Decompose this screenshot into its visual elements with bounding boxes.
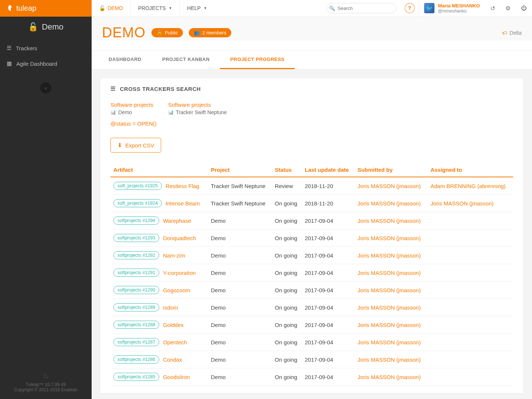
artifact-badge[interactable]: softprojects #1287 xyxy=(113,338,159,346)
sidebar-collapse-button[interactable]: ‹ xyxy=(40,82,51,93)
sidebar-project[interactable]: 🔓 Demo xyxy=(0,17,92,37)
tab-dashboard[interactable]: DASHBOARD xyxy=(98,51,152,69)
settings-button[interactable]: ⚙ xyxy=(500,5,516,12)
artifact-badge[interactable]: softprojects #1291 xyxy=(113,269,159,277)
brand-logo[interactable]: tuleap xyxy=(0,0,92,17)
user-menu[interactable]: 🐦 Maria MESHANKO @mmeshanko xyxy=(419,0,485,16)
user-link[interactable]: Joris MASSON (jmasson) xyxy=(358,287,421,293)
table-row: soft_projects #1924Intense BeamTracker S… xyxy=(110,195,513,212)
cell-value xyxy=(427,212,513,229)
search-input[interactable] xyxy=(326,3,396,13)
table-row: softprojects #1291Y-corporationDemoOn go… xyxy=(110,264,513,282)
help-button[interactable]: ? xyxy=(405,3,415,13)
tracker-filter[interactable]: Software projects📊Demo xyxy=(110,102,153,115)
table-row: softprojects #1289IsdomDemoOn going2017-… xyxy=(110,299,513,316)
artifact-title[interactable]: Opentech xyxy=(163,339,187,345)
sidebar-item-agile-dashboard[interactable]: ▦ Agile Dashboard xyxy=(0,56,92,71)
artifact-badge[interactable]: softprojects #1293 xyxy=(113,234,159,242)
cell-value: On going xyxy=(272,195,302,212)
filter-tracker: Tracker Swift Neptune xyxy=(176,109,227,115)
artifact-title[interactable]: Goodsilron xyxy=(163,374,190,380)
artifact-title[interactable]: Condax xyxy=(163,357,182,363)
project-tag[interactable]: 🏷 Delta xyxy=(502,30,522,36)
artifact-badge[interactable]: soft_projects #1924 xyxy=(113,199,162,207)
cell-value: On going xyxy=(272,316,302,334)
cell-value xyxy=(427,351,513,368)
cell-value: Demo xyxy=(208,247,272,264)
user-link[interactable]: Joris MASSON (jmasson) xyxy=(358,270,421,276)
user-link[interactable]: Joris MASSON (jmasson) xyxy=(358,200,421,207)
cell-value: Review xyxy=(272,177,302,195)
artifact-title[interactable]: Golddex xyxy=(163,322,184,328)
cell-value: Demo xyxy=(208,368,272,386)
history-icon: ↺ xyxy=(490,5,495,11)
cell-value: 2018-11-20 xyxy=(302,177,355,195)
download-icon: ⬇ xyxy=(117,142,122,149)
artifact-title[interactable]: Warephase xyxy=(163,218,191,224)
tab-project-kanban[interactable]: PROJECT KANBAN xyxy=(152,51,220,69)
user-link[interactable]: Joris MASSON (jmasson) xyxy=(358,218,421,224)
sidebar-item-label: Trackers xyxy=(16,45,37,51)
column-header[interactable]: Assigned to xyxy=(427,163,513,177)
column-header[interactable]: Project xyxy=(208,163,272,177)
cell-value: On going xyxy=(272,229,302,247)
flame-icon: ♨ xyxy=(0,372,92,380)
artifact-badge[interactable]: softprojects #1292 xyxy=(113,251,159,259)
artifact-title[interactable]: Donquadtech xyxy=(163,235,196,241)
history-button[interactable]: ↺ xyxy=(485,5,500,12)
table-row: softprojects #1286CondaxDemoOn going2017… xyxy=(110,351,513,368)
copyright-text: Copyright © 2011-2018 Enalean xyxy=(0,387,92,392)
artifact-title[interactable]: Isdom xyxy=(163,304,178,311)
artifact-title[interactable]: Gogozoom xyxy=(163,287,190,293)
user-link[interactable]: Joris MASSON (jmasson) xyxy=(358,183,421,189)
user-link[interactable]: Joris MASSON (jmasson) xyxy=(358,252,421,259)
artifact-title[interactable]: Restless Flag xyxy=(166,183,199,189)
column-header[interactable]: Submitted by xyxy=(355,163,427,177)
tab-bar: DASHBOARDPROJECT KANBANPROJECT PROGRESS xyxy=(92,50,532,69)
cell-value: Tracker Swift Neptune xyxy=(208,177,272,195)
cell-value: 2017-09-04 xyxy=(302,212,355,229)
cell-value: 2017-09-04 xyxy=(302,351,355,368)
user-link[interactable]: Joris MASSON (jmasson) xyxy=(358,357,421,363)
sidebar-item-trackers[interactable]: ☰ Trackers xyxy=(0,40,92,56)
user-link[interactable]: Joris MASSON (jmasson) xyxy=(358,322,421,328)
export-csv-button[interactable]: ⬇ Export CSV xyxy=(110,138,161,153)
sidebar-project-name: Demo xyxy=(42,22,64,32)
user-link[interactable]: Joris MASSON (jmasson) xyxy=(358,339,421,345)
user-link[interactable]: Joris MASSON (jmasson) xyxy=(358,235,421,241)
topbar-help-menu[interactable]: HELP ▼ xyxy=(180,0,215,16)
column-header[interactable]: Artifact xyxy=(110,163,208,177)
artifact-badge[interactable]: softprojects #1285 xyxy=(113,373,159,381)
artifact-badge[interactable]: softprojects #1288 xyxy=(113,321,159,329)
topbar-projects-menu[interactable]: PROJECTS ▼ xyxy=(131,0,180,16)
artifact-title[interactable]: Nam-zim xyxy=(163,252,185,259)
visibility-pill[interactable]: 🔓 Public xyxy=(151,28,183,37)
artifact-title[interactable]: Y-corporation xyxy=(163,270,196,276)
project-header: DEMO 🔓 Public 👥 2 members 🏷 Delta xyxy=(92,17,532,41)
cell-value: On going xyxy=(272,368,302,386)
artifact-badge[interactable]: softprojects #1289 xyxy=(113,303,159,311)
artifact-badge[interactable]: soft_projects #1925 xyxy=(113,182,162,190)
column-header[interactable]: Last update date xyxy=(302,163,355,177)
logout-button[interactable]: ⏻ xyxy=(516,5,532,11)
tab-project-progress[interactable]: PROJECT PROGRESS xyxy=(220,51,295,69)
column-header[interactable]: Status xyxy=(272,163,302,177)
artifact-badge[interactable]: softprojects #1294 xyxy=(113,216,159,225)
topbar-current-project[interactable]: 🔓 DEMO xyxy=(92,0,131,16)
query-text[interactable]: @status = OPEN() xyxy=(110,120,513,127)
cell-value xyxy=(427,247,513,264)
artifact-title[interactable]: Intense Beam xyxy=(166,200,200,207)
user-link[interactable]: Adam BRENNING (abrenning) xyxy=(430,183,505,189)
question-icon: ? xyxy=(408,5,411,11)
artifact-badge[interactable]: softprojects #1286 xyxy=(113,355,159,364)
cell-value xyxy=(427,282,513,299)
table-row: softprojects #1285GoodsilronDemoOn going… xyxy=(110,368,513,386)
cell-value: 2017-09-04 xyxy=(302,368,355,386)
user-link[interactable]: Joris MASSON (jmasson) xyxy=(430,200,494,207)
artifact-badge[interactable]: softprojects #1290 xyxy=(113,286,159,294)
cell-value: 2017-09-04 xyxy=(302,334,355,351)
user-link[interactable]: Joris MASSON (jmasson) xyxy=(358,374,421,380)
tracker-filter[interactable]: Software projects📊Tracker Swift Neptune xyxy=(168,102,227,115)
user-link[interactable]: Joris MASSON (jmasson) xyxy=(358,304,421,311)
members-pill[interactable]: 👥 2 members xyxy=(189,28,231,37)
